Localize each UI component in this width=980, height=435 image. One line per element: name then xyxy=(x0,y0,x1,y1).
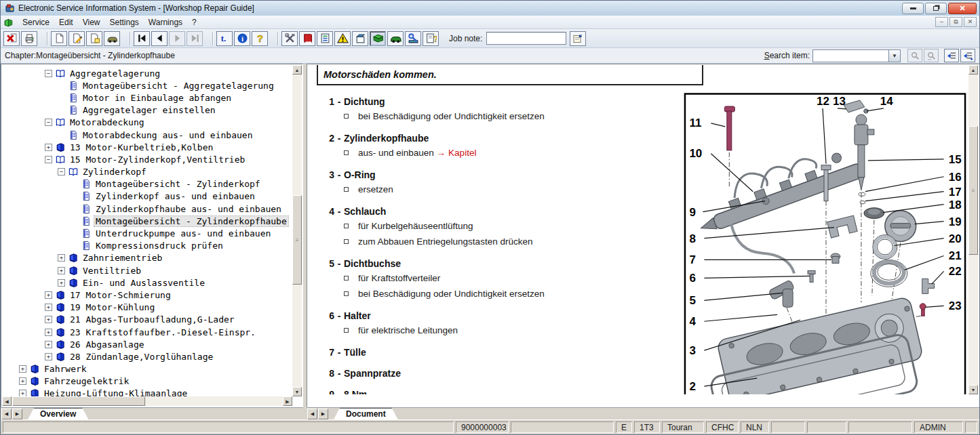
tree-item-label[interactable]: 26 Abgasanlage xyxy=(68,339,146,350)
tab-overview[interactable]: Overview xyxy=(28,408,88,419)
restore-button[interactable] xyxy=(925,3,947,14)
tree-item-label[interactable]: Fahrwerk xyxy=(43,364,88,374)
nav-first-button[interactable] xyxy=(134,31,150,46)
expand-toggle-icon[interactable]: + xyxy=(58,267,65,274)
exit-button[interactable] xyxy=(3,31,20,46)
scroll-down-button[interactable]: ▼ xyxy=(292,387,302,396)
edit-document-button[interactable] xyxy=(68,31,85,46)
tree-item[interactable]: +26 Abgasanlage xyxy=(2,338,292,350)
tree-item-label[interactable]: 23 Kraftstoffaufber.-Diesel-Einspr. xyxy=(68,327,257,337)
info-button[interactable]: i xyxy=(234,31,250,46)
nav-last-button[interactable] xyxy=(187,31,203,46)
scroll-right-button[interactable]: ▶ xyxy=(283,396,292,406)
green-car-button[interactable] xyxy=(387,31,404,46)
chapter-link[interactable]: Kapitel xyxy=(448,145,476,161)
tree-item-label[interactable]: Aggregatelager einstellen xyxy=(81,105,217,115)
tree-item-label[interactable]: Montageübersicht - Zylinderkopfhaube xyxy=(94,216,288,226)
combo-dropdown-button[interactable]: ▼ xyxy=(888,50,900,62)
minimize-button[interactable] xyxy=(902,3,924,14)
tree-item-label[interactable]: Aggregatelagerung xyxy=(68,68,161,79)
tree-item-label[interactable]: Montageübersicht - Aggregatelagerung xyxy=(81,81,275,91)
search-item-value[interactable] xyxy=(813,50,888,62)
tree-item[interactable]: +13 Motor-Kurbeltrieb,Kolben xyxy=(2,141,292,153)
expand-toggle-icon[interactable]: + xyxy=(45,316,52,323)
tree-item-label[interactable]: Heizung-Lüftung-Klimaanlage xyxy=(43,388,189,396)
document-vscroll-thumb[interactable]: ≡ xyxy=(968,126,978,255)
nav-next-button[interactable] xyxy=(169,31,185,46)
tab-document[interactable]: Document xyxy=(334,408,398,419)
add-to-list-button[interactable] xyxy=(944,49,959,62)
tree-item[interactable]: Montageübersicht - Zylinderkopfhaube xyxy=(2,215,292,227)
collapse-toggle-icon[interactable]: − xyxy=(58,168,65,175)
job-note-input[interactable] xyxy=(486,32,566,45)
document-vertical-scrollbar[interactable]: ▲ ≡ ▼ xyxy=(968,65,978,394)
tree-item[interactable]: Zylinderkopf aus- und einbauen xyxy=(2,190,292,203)
tree-item[interactable]: Motorabdeckung aus- und einbauen xyxy=(2,129,292,141)
expand-toggle-icon[interactable]: + xyxy=(45,291,52,299)
close-button[interactable]: ✕ xyxy=(948,3,977,14)
tree-item-label[interactable]: Zahnriementrieb xyxy=(81,253,163,263)
scroll-left-button[interactable]: ◀ xyxy=(2,396,12,406)
expand-toggle-icon[interactable]: + xyxy=(45,329,52,336)
tree-item[interactable]: Unterdruckpumpe aus- und einbauen xyxy=(2,227,292,239)
tree-item[interactable]: +Fahrzeugelektrik xyxy=(2,375,292,388)
tree-item-label[interactable]: 15 Motor-Zylinderkopf,Ventiltrieb xyxy=(68,154,246,165)
document-list-button[interactable] xyxy=(317,31,333,46)
new-document-button[interactable] xyxy=(51,31,67,46)
scroll-up-button[interactable]: ▲ xyxy=(968,65,978,75)
tree-item[interactable]: +Heizung-Lüftung-Klimaanlage xyxy=(2,388,292,396)
tab-scroll-right-button[interactable]: ▶ xyxy=(318,409,328,419)
collapse-toggle-icon[interactable]: − xyxy=(45,70,52,77)
search-next-button[interactable] xyxy=(924,49,939,62)
menu-edit[interactable]: Edit xyxy=(54,16,78,28)
green-book-button[interactable] xyxy=(370,31,386,46)
tree-item[interactable]: +Fahrwerk xyxy=(2,363,292,375)
expand-toggle-icon[interactable]: + xyxy=(58,279,65,287)
tree-horizontal-scrollbar[interactable]: ◀ ▶ xyxy=(2,396,292,406)
search-previous-button[interactable] xyxy=(907,49,922,62)
tree-vertical-scrollbar[interactable]: ▲ ≡ ▼ xyxy=(292,65,302,396)
tree-item[interactable]: +Ventiltrieb xyxy=(2,264,292,276)
expand-toggle-icon[interactable]: + xyxy=(45,341,52,348)
tree-item-label[interactable]: 21 Abgas-Turboaufladung,G-Lader xyxy=(68,314,236,325)
tree-item[interactable]: −Zylinderkopf xyxy=(2,166,292,178)
tree-item[interactable]: Montageübersicht - Zylinderkopf xyxy=(2,178,292,190)
fill-button[interactable] xyxy=(352,31,368,46)
tree-item-label[interactable]: Motor in Einbaulage abfangen xyxy=(81,93,233,103)
expand-toggle-icon[interactable]: + xyxy=(19,377,26,385)
mdi-minimize-button[interactable]: – xyxy=(935,17,948,27)
warning-button[interactable] xyxy=(334,31,351,46)
expand-toggle-icon[interactable]: + xyxy=(19,365,26,373)
tree-vscroll-thumb[interactable]: ≡ xyxy=(292,195,302,285)
menu-settings[interactable]: Settings xyxy=(105,16,144,28)
tree-item[interactable]: +19 Motor-Kühlung xyxy=(2,302,292,314)
tree-item-label[interactable]: 19 Motor-Kühlung xyxy=(68,302,156,312)
tree-item-label[interactable]: Zylinderkopf aus- und einbauen xyxy=(94,191,256,201)
history-button[interactable]: t. xyxy=(216,31,233,46)
expand-toggle-icon[interactable]: + xyxy=(45,353,52,360)
tree-item[interactable]: −Aggregatelagerung xyxy=(2,67,292,79)
tree-item[interactable]: +Ein- und Auslassventile xyxy=(2,276,292,289)
job-note-properties-button[interactable] xyxy=(570,31,586,46)
tree-item-label[interactable]: Ein- und Auslassventile xyxy=(81,278,206,288)
vehicle-button[interactable] xyxy=(104,31,120,46)
mdi-restore-button[interactable]: ⧉ xyxy=(949,17,962,27)
tab-scroll-left-button[interactable]: ◀ xyxy=(1,409,12,419)
tree-item-label[interactable]: Fahrzeugelektrik xyxy=(43,376,130,386)
tree-item-label[interactable]: Zylinderkopfhaube aus- und einbauen xyxy=(94,204,283,214)
tree-item-label[interactable]: Motorabdeckung xyxy=(68,117,146,127)
tab-scroll-left-button[interactable]: ◀ xyxy=(307,409,317,419)
scroll-up-button[interactable]: ▲ xyxy=(292,65,302,75)
collapse-toggle-icon[interactable]: − xyxy=(45,156,52,163)
nav-prev-button[interactable] xyxy=(151,31,168,46)
tree-item[interactable]: −15 Motor-Zylinderkopf,Ventiltrieb xyxy=(2,153,292,165)
tree-hscroll-thumb[interactable] xyxy=(12,396,145,406)
tree-item-label[interactable]: Montageübersicht - Zylinderkopf xyxy=(94,179,262,189)
menu-?[interactable]: ? xyxy=(187,16,201,28)
tree-item-label[interactable]: Kompressionsdruck prüfen xyxy=(94,241,224,251)
menu-service[interactable]: Service xyxy=(18,16,54,28)
tree-item-label[interactable]: 28 Zündanlage,Vorglühanlage xyxy=(68,352,214,362)
tree-item[interactable]: −Motorabdeckung xyxy=(2,117,292,129)
expand-toggle-icon[interactable]: + xyxy=(45,144,52,151)
tools-button[interactable] xyxy=(281,31,298,46)
